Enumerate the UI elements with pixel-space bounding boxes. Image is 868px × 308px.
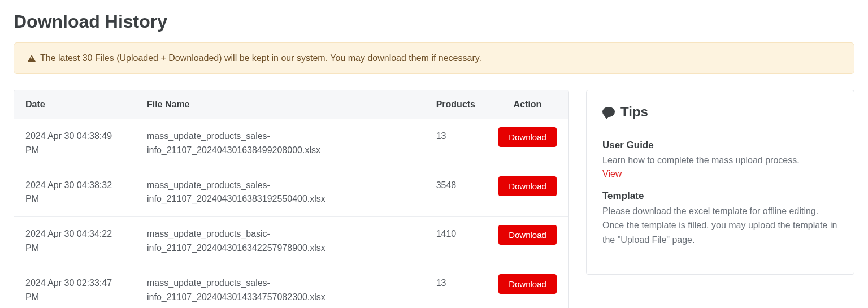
cell-products: 13 <box>425 119 487 168</box>
cell-products: 1410 <box>425 217 487 266</box>
page-title: Download History <box>14 11 854 32</box>
cell-date: 2024 Apr 30 04:38:32 PM <box>14 168 136 217</box>
cell-file: mass_update_products_basic-info_21107_20… <box>136 217 425 266</box>
cell-file: mass_update_products_sales-info_21107_20… <box>136 119 425 168</box>
table-row: 2024 Apr 30 04:38:49 PMmass_update_produ… <box>14 119 568 168</box>
download-button[interactable]: Download <box>498 176 557 196</box>
cell-products: 13 <box>425 266 487 308</box>
cell-date: 2024 Apr 30 04:38:49 PM <box>14 119 136 168</box>
col-header-action: Action <box>487 90 568 119</box>
download-history-table: Date File Name Products Action 2024 Apr … <box>14 90 569 308</box>
tip-template: Template Please download the excel templ… <box>602 190 838 248</box>
user-guide-view-link[interactable]: View <box>602 169 622 179</box>
col-header-products: Products <box>425 90 487 119</box>
tips-heading-text: Tips <box>620 104 648 120</box>
tip-desc: Please download the excel template for o… <box>602 204 838 248</box>
cell-date: 2024 Apr 30 04:34:22 PM <box>14 217 136 266</box>
col-header-file: File Name <box>136 90 425 119</box>
cell-action: Download <box>487 168 568 217</box>
tips-panel: Tips User Guide Learn how to complete th… <box>586 90 854 275</box>
comment-icon <box>602 107 615 117</box>
warning-icon <box>28 55 36 62</box>
cell-file: mass_update_products_sales-info_21107_20… <box>136 168 425 217</box>
download-button[interactable]: Download <box>498 127 557 147</box>
table-row: 2024 Apr 30 04:38:32 PMmass_update_produ… <box>14 168 568 217</box>
tip-user-guide: User Guide Learn how to complete the mas… <box>602 140 838 179</box>
table-row: 2024 Apr 30 04:34:22 PMmass_update_produ… <box>14 217 568 266</box>
alert-text: The latest 30 Files (Uploaded + Download… <box>40 53 481 63</box>
table-row: 2024 Apr 30 02:33:47 PMmass_update_produ… <box>14 266 568 308</box>
cell-action: Download <box>487 266 568 308</box>
tip-title: User Guide <box>602 140 838 151</box>
tip-desc: Learn how to complete the mass upload pr… <box>602 153 838 168</box>
download-button[interactable]: Download <box>498 274 557 294</box>
download-button[interactable]: Download <box>498 225 557 245</box>
cell-date: 2024 Apr 30 02:33:47 PM <box>14 266 136 308</box>
tip-title: Template <box>602 190 838 202</box>
info-alert: The latest 30 Files (Uploaded + Download… <box>14 42 854 74</box>
col-header-date: Date <box>14 90 136 119</box>
cell-action: Download <box>487 217 568 266</box>
tips-header: Tips <box>602 104 838 129</box>
cell-products: 3548 <box>425 168 487 217</box>
cell-action: Download <box>487 119 568 168</box>
cell-file: mass_update_products_sales-info_21107_20… <box>136 266 425 308</box>
